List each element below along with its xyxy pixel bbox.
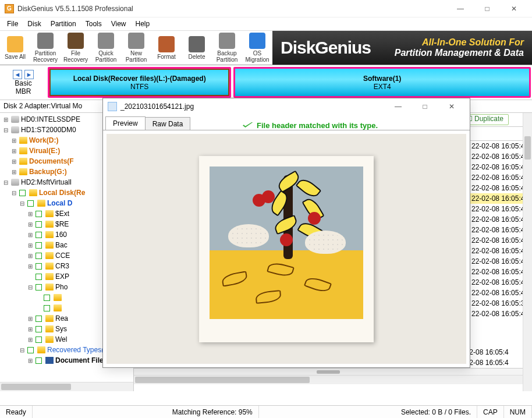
tree-label: Virual(E:) [29,147,60,155]
expand-icon[interactable]: ⊞ [27,336,34,343]
folder-icon [19,147,27,154]
preview-maximize-button[interactable]: □ [412,98,438,115]
expand-icon[interactable]: ⊟ [10,190,17,196]
minimize-button[interactable]: ― [447,0,474,17]
preview-close-button[interactable]: ✕ [438,98,465,115]
tree-label: Backup(G:) [29,168,67,176]
tree-label: Work(D:) [29,136,58,144]
tree-checkbox[interactable] [36,253,42,259]
toolbar-delete[interactable]: Delete [182,31,212,65]
toolbar-label: Format [157,54,176,60]
tree-checkbox[interactable] [27,200,34,207]
menu-partition[interactable]: Partition [46,19,81,29]
tree-checkbox[interactable] [36,284,42,291]
tree-label: HD0:INTELSSDPE [21,115,80,123]
tree-label: Document Files [55,356,107,364]
tree-checkbox[interactable] [36,221,42,228]
expand-icon[interactable]: ⊞ [27,232,34,238]
list-hscroll[interactable] [134,375,523,384]
expand-icon[interactable]: ⊞ [27,211,34,217]
tree-label: CR3 [55,262,69,270]
tree-checkbox[interactable] [36,326,42,332]
tree-hscroll-thumb[interactable] [1,384,71,390]
toolbar-icon [7,36,23,52]
disk-icon [11,116,19,123]
check-icon [243,122,253,129]
word-icon [45,357,54,364]
toolbar-format[interactable]: Format [151,31,182,65]
expand-icon[interactable]: ⊞ [10,158,17,165]
tree-checkbox[interactable] [36,263,42,270]
tree-checkbox[interactable] [36,242,42,249]
toolbar-os-migration[interactable]: OS Migration [242,31,272,65]
tree-checkbox[interactable] [36,357,42,364]
splitter-handle[interactable] [134,368,523,375]
tree-checkbox[interactable] [27,347,34,353]
disk-icon [11,179,19,186]
tree-label: Local Disk(Re [39,189,85,197]
menu-tools[interactable]: Tools [81,19,107,29]
next-disk-button[interactable]: ► [24,70,34,79]
folder-icon [37,346,45,353]
tree-checkbox[interactable] [36,336,42,343]
expand-icon[interactable]: ⊞ [27,326,34,332]
partition-fs: NTFS [49,83,229,91]
folder-icon [19,137,27,144]
toolbar-icon [68,33,84,49]
status-match: Matching Reference: 95% [166,406,259,418]
expand-icon[interactable]: ⊞ [27,221,34,228]
vscroll-thumb[interactable] [524,136,531,160]
close-button[interactable]: ✕ [501,0,527,17]
preview-minimize-button[interactable]: ― [385,98,412,115]
expand-icon[interactable]: ⊞ [10,137,17,144]
expand-icon[interactable]: ⊟ [19,347,26,353]
expand-icon[interactable]: ⊞ [27,253,34,259]
expand-icon[interactable]: ⊟ [27,284,34,291]
menu-view[interactable]: View [107,19,131,29]
toolbar-save-all[interactable]: Save All [0,31,30,65]
menu-file[interactable]: File [2,19,23,29]
menu-help[interactable]: Help [131,19,155,29]
folder-icon [54,304,62,311]
expand-icon[interactable]: ⊞ [27,263,34,270]
window-title: DiskGenius V5.5.1.1508 Professional [17,5,133,13]
toolbar-label: New Partition [121,50,151,63]
toolbar-icon [249,33,265,49]
expand-icon[interactable]: ⊞ [27,242,34,249]
hscroll-thumb[interactable] [135,377,310,383]
preview-image [199,156,374,342]
folder-icon [45,315,54,322]
toolbar-new-partition[interactable]: New Partition [121,31,151,65]
maximize-button[interactable]: □ [474,0,501,17]
tab-preview[interactable]: Preview [105,116,146,130]
expand-icon[interactable]: ⊟ [19,200,26,207]
expand-icon[interactable]: ⊞ [10,169,17,175]
tree-checkbox[interactable] [36,316,42,322]
tab-raw-data[interactable]: Raw Data [145,117,191,131]
toolbar-file-recovery[interactable]: File Recovery [61,31,91,65]
expand-icon[interactable]: ⊞ [10,148,17,154]
expand-icon[interactable]: ⊞ [27,316,34,322]
partition-box-software[interactable]: Software(1) EXT4 [233,67,531,98]
list-vscroll[interactable] [523,113,532,391]
tree-checkbox[interactable] [44,295,50,301]
prev-disk-button[interactable]: ◄ [13,70,22,79]
folder-icon [54,294,62,301]
expand-icon[interactable]: ⊞ [2,116,9,123]
tree-checkbox[interactable] [36,232,42,238]
tree-checkbox[interactable] [19,190,26,196]
toolbar-partition-recovery[interactable]: Partition Recovery [30,31,61,65]
toolbar-backup-partition[interactable]: Backup Partition [212,31,242,65]
menu-disk[interactable]: Disk [23,19,45,29]
partition-box-local-disk[interactable]: Local Disk(Recover files)(L:)-(Damaged) … [48,67,231,98]
tree-checkbox[interactable] [36,211,42,217]
expand-icon[interactable]: ⊟ [2,127,9,133]
banner-tagline-2: Partition Management & Data [395,48,524,58]
tree-checkbox[interactable] [36,274,42,280]
toolbar-label: OS Migration [242,50,272,63]
expand-icon[interactable]: ⊟ [2,179,9,186]
preview-body [103,130,470,367]
tree-checkbox[interactable] [44,305,50,311]
folder-icon [37,200,45,207]
toolbar-quick-partition[interactable]: Quick Partition [91,31,121,65]
